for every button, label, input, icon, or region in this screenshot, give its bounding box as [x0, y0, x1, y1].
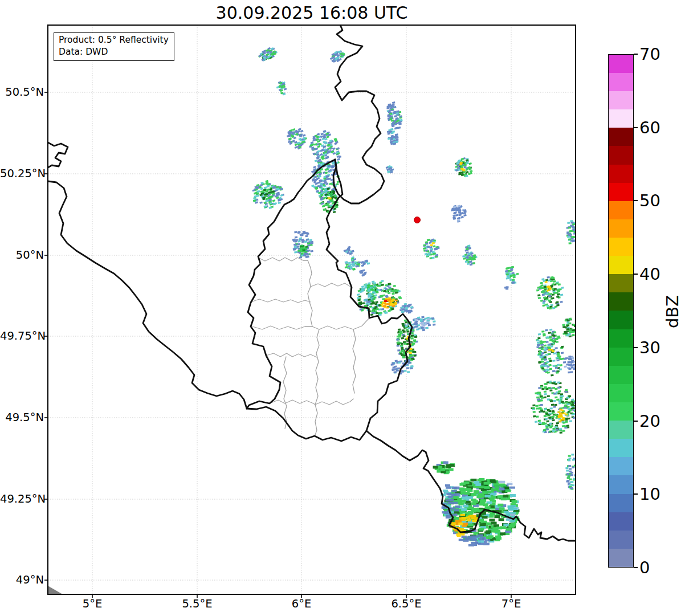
colorbar-segment: [609, 384, 633, 402]
radar-echo: [276, 81, 287, 95]
colorbar-segment: [609, 55, 633, 73]
colorbar-tick-mark: [634, 127, 638, 128]
radar-echo: [328, 197, 332, 199]
lon-tick-label: 6°E: [267, 597, 336, 610]
lat-tick-label: 49.75°N: [0, 329, 44, 344]
radar-echo: [309, 130, 341, 168]
colorbar-tick-label: 20: [639, 410, 660, 432]
radar-echo: [252, 180, 284, 209]
colorbar-segment: [609, 165, 633, 183]
radar-echo: [344, 246, 354, 255]
colorbar-segment: [609, 402, 633, 421]
radar-echo: [531, 381, 577, 434]
colorbar-segment: [609, 512, 633, 531]
national-border: [48, 142, 68, 168]
data-source-label: Data: DWD: [59, 46, 169, 58]
radar-echo: [462, 244, 478, 266]
product-info-box: Product: 0.5° Reflectivity Data: DWD: [54, 32, 174, 61]
canton-border: [308, 260, 312, 327]
colorbar-tick-label: 30: [639, 337, 660, 358]
colorbar-tick-mark: [634, 347, 638, 348]
radar-map-canvas: [0, 0, 685, 616]
map-content: [48, 25, 577, 594]
radar-echo: [505, 266, 519, 284]
colorbar-segment: [609, 91, 633, 109]
radar-echo: [536, 276, 564, 310]
radar-echo: [292, 231, 313, 259]
radar-echo: [287, 128, 307, 150]
colorbar-segment: [609, 421, 633, 439]
radar-map-window: 30.09.2025 16:08 UTC Product: 0.5° Refle…: [0, 0, 685, 616]
colorbar-segment: [609, 475, 633, 493]
colorbar-tick-mark: [634, 200, 638, 201]
radar-echo: [451, 205, 467, 222]
radar-echo: [386, 165, 394, 174]
canton-border: [311, 283, 350, 296]
colorbar-segment: [609, 366, 633, 384]
radar-echo: [536, 329, 565, 377]
national-border: [48, 181, 247, 409]
colorbar-segment: [609, 549, 633, 567]
radar-echo: [387, 128, 399, 145]
colorbar-segment: [609, 219, 633, 238]
lat-tick-label: 49.5°N: [0, 410, 44, 425]
colorbar-segment: [609, 311, 633, 329]
colorbar-tick-mark: [634, 421, 638, 422]
product-label: Product: 0.5° Reflectivity: [59, 34, 169, 46]
corner-land-patch: [48, 586, 63, 594]
colorbar-tick-label: 10: [639, 483, 660, 505]
radar-echo: [386, 101, 403, 129]
colorbar-tick-label: 0: [639, 557, 650, 578]
colorbar-tick-mark: [634, 54, 638, 55]
lon-tick-label: 5.5°E: [163, 597, 231, 610]
colorbar-segment: [609, 329, 633, 348]
colorbar-segment: [609, 146, 633, 164]
colorbar-segment: [609, 292, 633, 311]
colorbar-segment: [609, 109, 633, 128]
canton-border: [266, 353, 317, 357]
colorbar-segment: [609, 494, 633, 512]
radar-echo: [359, 270, 367, 277]
colorbar-segment: [609, 348, 633, 366]
colorbar-segment: [609, 274, 633, 292]
radar-echo: [330, 50, 345, 63]
colorbar-tick-mark: [634, 493, 638, 495]
radar-echo: [433, 461, 455, 474]
location-marker-dot: [414, 217, 421, 223]
colorbar: [608, 54, 634, 568]
lat-tick-label: 49°N: [0, 573, 44, 588]
colorbar-segment: [609, 201, 633, 219]
colorbar-segment: [609, 128, 633, 146]
canton-border: [315, 329, 319, 435]
colorbar-segment: [609, 73, 633, 91]
colorbar-tick-label: 60: [639, 117, 660, 138]
radar-echo: [258, 47, 278, 62]
radar-echo: [562, 318, 577, 337]
radar-echo: [504, 286, 509, 289]
canton-border: [353, 329, 356, 393]
radar-echo: [423, 239, 440, 260]
radar-echo: [357, 280, 402, 316]
colorbar-tick-label: 40: [639, 263, 660, 285]
lon-tick-label: 5°E: [58, 597, 127, 610]
lat-tick-label: 50°N: [0, 248, 44, 263]
colorbar-tick-label: 50: [639, 190, 660, 211]
radar-echo: [345, 256, 361, 271]
canton-border: [270, 399, 353, 405]
lon-tick-label: 6.5°E: [372, 597, 441, 610]
lat-tick-label: 50.5°N: [0, 85, 44, 100]
colorbar-segment: [609, 183, 633, 201]
radar-echo: [454, 157, 472, 177]
colorbar-segment: [609, 238, 633, 256]
colorbar-segment: [609, 531, 633, 549]
colorbar-segment: [609, 256, 633, 274]
lat-tick-label: 50.25°N: [0, 166, 44, 181]
colorbar-segment: [609, 457, 633, 475]
lon-tick-label: 7°E: [477, 597, 545, 610]
radar-echo: [361, 259, 370, 267]
colorbar-tick-mark: [634, 567, 638, 568]
radar-echo: [399, 303, 414, 314]
colorbar-tick-mark: [634, 274, 638, 275]
colorbar-segment: [609, 439, 633, 457]
colorbar-unit-label: dBZ: [662, 276, 683, 347]
